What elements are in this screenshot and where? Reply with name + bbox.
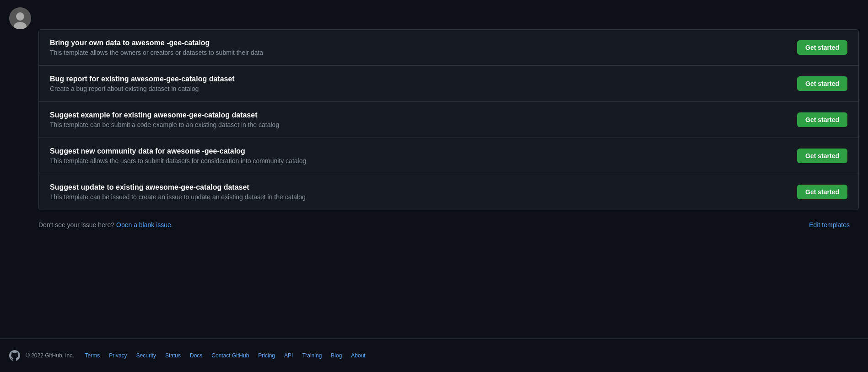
- footer-link[interactable]: Terms: [85, 352, 100, 359]
- template-description: This template can be submit a code examp…: [50, 121, 786, 128]
- svg-point-1: [16, 12, 24, 21]
- blank-issue-link[interactable]: Open a blank issue.: [116, 221, 173, 229]
- template-text: Bug report for existing awesome-gee-cata…: [50, 75, 786, 92]
- footer-copyright: © 2022 GitHub, Inc.: [26, 352, 74, 359]
- get-started-button[interactable]: Get started: [797, 112, 847, 127]
- footer-link[interactable]: Docs: [190, 352, 202, 359]
- template-item: Suggest example for existing awesome-gee…: [39, 102, 858, 138]
- template-description: This template can be issued to create an…: [50, 193, 786, 201]
- template-text: Bring your own data to awesome -gee-cata…: [50, 39, 786, 56]
- template-text: Suggest new community data for awesome -…: [50, 147, 786, 165]
- template-text: Suggest update to existing awesome-gee-c…: [50, 183, 786, 201]
- get-started-button[interactable]: Get started: [797, 185, 847, 199]
- template-title: Suggest example for existing awesome-gee…: [50, 111, 786, 119]
- template-item: Bug report for existing awesome-gee-cata…: [39, 66, 858, 102]
- main-content: Bring your own data to awesome -gee-cata…: [0, 0, 868, 329]
- footer-link[interactable]: Contact GitHub: [211, 352, 249, 359]
- footer: © 2022 GitHub, Inc. TermsPrivacySecurity…: [0, 339, 868, 372]
- template-title: Bug report for existing awesome-gee-cata…: [50, 75, 786, 83]
- templates-list: Bring your own data to awesome -gee-cata…: [38, 29, 859, 210]
- template-item: Bring your own data to awesome -gee-cata…: [39, 30, 858, 66]
- footer-link[interactable]: About: [351, 352, 365, 359]
- get-started-button[interactable]: Get started: [797, 76, 847, 91]
- template-text: Suggest example for existing awesome-gee…: [50, 111, 786, 128]
- github-logo-icon: [9, 350, 20, 361]
- blank-issue-prefix: Don't see your issue here?: [38, 221, 116, 229]
- template-description: Create a bug report about existing datas…: [50, 85, 786, 92]
- template-description: This template allows the owners or creat…: [50, 49, 786, 56]
- avatar: [9, 7, 31, 29]
- edit-templates-link[interactable]: Edit templates: [809, 221, 850, 229]
- template-description: This template allows the users to submit…: [50, 157, 786, 165]
- header-area: [0, 0, 868, 29]
- footer-links: TermsPrivacySecurityStatusDocsContact Gi…: [85, 352, 366, 359]
- footer-link[interactable]: Training: [302, 352, 322, 359]
- template-title: Bring your own data to awesome -gee-cata…: [50, 39, 786, 47]
- template-title: Suggest update to existing awesome-gee-c…: [50, 183, 786, 191]
- template-item: Suggest update to existing awesome-gee-c…: [39, 174, 858, 210]
- footer-link[interactable]: Blog: [331, 352, 342, 359]
- blank-issue-text: Don't see your issue here? Open a blank …: [38, 221, 173, 229]
- footer-link[interactable]: API: [284, 352, 293, 359]
- footer-link[interactable]: Privacy: [109, 352, 127, 359]
- footer-link[interactable]: Pricing: [258, 352, 275, 359]
- get-started-button[interactable]: Get started: [797, 40, 847, 55]
- template-title: Suggest new community data for awesome -…: [50, 147, 786, 155]
- get-started-button[interactable]: Get started: [797, 149, 847, 163]
- footer-link[interactable]: Status: [165, 352, 181, 359]
- page-container: Bring your own data to awesome -gee-cata…: [0, 0, 868, 372]
- template-item: Suggest new community data for awesome -…: [39, 138, 858, 174]
- blank-issue-row: Don't see your issue here? Open a blank …: [0, 214, 868, 236]
- footer-link[interactable]: Security: [136, 352, 156, 359]
